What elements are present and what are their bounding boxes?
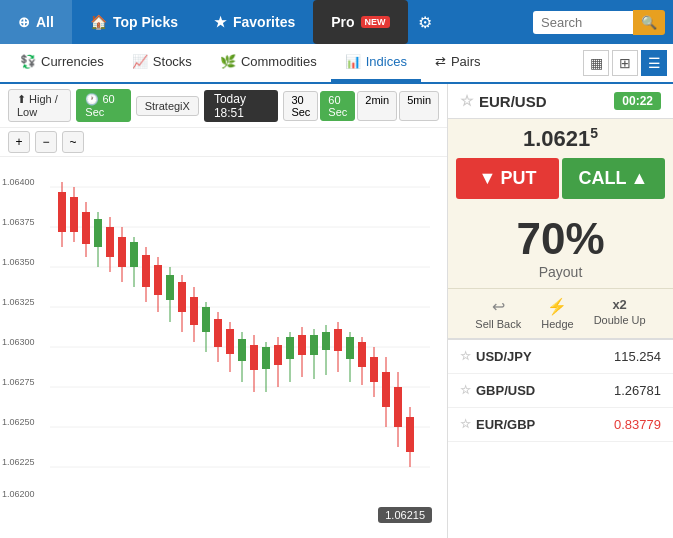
time-30sec[interactable]: 30 Sec <box>283 91 318 121</box>
payout-section: 70% Payout <box>448 207 673 287</box>
price-tooltip: 1.06215 <box>378 507 432 523</box>
search-button[interactable]: 🔍 <box>633 10 665 35</box>
chart-svg: 1.06400 1.06375 1.06350 1.06325 1.06300 … <box>0 157 447 538</box>
svg-rect-64 <box>334 329 342 351</box>
nav-all-label: All <box>36 14 54 30</box>
search-container: 🔍 <box>525 0 673 44</box>
call-arrow-icon: ▲ <box>631 168 649 189</box>
chart-controls: + − ~ <box>0 128 447 157</box>
svg-rect-62 <box>322 332 330 350</box>
sell-back-label: Sell Back <box>475 318 521 330</box>
time-buttons: 30 Sec 60 Sec 2min 5min <box>283 91 439 121</box>
chart-area: ⬆ High / Low 🕐 60 Sec StrategiX Today 18… <box>0 84 448 538</box>
nav-pro[interactable]: Pro NEW <box>313 0 407 44</box>
currencies-icon: 💱 <box>20 54 36 69</box>
svg-rect-74 <box>394 387 402 427</box>
pair-name: ☆ EUR/USD <box>460 92 547 110</box>
sell-back-icon: ↩ <box>492 297 505 316</box>
nav-top-picks[interactable]: 🏠 Top Picks <box>72 0 196 44</box>
svg-text:1.06350: 1.06350 <box>2 257 35 267</box>
hedge-option[interactable]: ⚡ Hedge <box>541 297 573 330</box>
sub-currencies-label: Currencies <box>41 54 104 69</box>
time-60sec[interactable]: 60 Sec <box>320 91 355 121</box>
strategy-button[interactable]: StrategiX <box>136 96 199 116</box>
watchlist-item-usdjpy[interactable]: ☆ USD/JPY 115.254 <box>448 340 673 374</box>
sub-pairs-label: Pairs <box>451 54 481 69</box>
eurgbp-star[interactable]: ☆ <box>460 417 471 431</box>
time-display: Today 18:51 <box>204 90 278 122</box>
svg-rect-34 <box>154 265 162 295</box>
svg-rect-20 <box>70 197 78 232</box>
sell-back-option[interactable]: ↩ Sell Back <box>475 297 521 330</box>
time-5min[interactable]: 5min <box>399 91 439 121</box>
eurgbp-name: ☆ EUR/GBP <box>460 417 535 432</box>
gbpusd-star[interactable]: ☆ <box>460 383 471 397</box>
svg-text:1.06225: 1.06225 <box>2 457 35 467</box>
pro-new-badge: NEW <box>361 16 390 28</box>
zoom-out-button[interactable]: − <box>35 131 57 153</box>
grid-small-view-button[interactable]: ▦ <box>583 50 609 76</box>
high-low-button[interactable]: ⬆ High / Low <box>8 89 71 122</box>
chart-toolbar: ⬆ High / Low 🕐 60 Sec StrategiX Today 18… <box>0 84 447 128</box>
nav-favorites[interactable]: ★ Favorites <box>196 0 313 44</box>
timer-badge: 00:22 <box>614 92 661 110</box>
svg-rect-46 <box>226 329 234 354</box>
usdjpy-name: ☆ USD/JPY <box>460 349 532 364</box>
zoom-in-button[interactable]: + <box>8 131 30 153</box>
svg-rect-18 <box>58 192 66 232</box>
svg-rect-54 <box>274 345 282 365</box>
price-display: 1.06215 <box>448 119 673 154</box>
search-input[interactable] <box>533 11 633 34</box>
put-button[interactable]: ▼ PUT <box>456 158 559 199</box>
sub-currencies[interactable]: 💱 Currencies <box>6 44 118 82</box>
svg-rect-40 <box>190 297 198 325</box>
pairs-icon: ⇄ <box>435 54 446 69</box>
svg-rect-26 <box>106 227 114 257</box>
svg-rect-28 <box>118 237 126 267</box>
svg-text:1.06325: 1.06325 <box>2 297 35 307</box>
highlow-icon: ⬆ <box>17 93 26 105</box>
grid-large-view-button[interactable]: ⊞ <box>612 50 638 76</box>
svg-rect-44 <box>214 319 222 347</box>
nav-all[interactable]: ⊕ All <box>0 0 72 44</box>
svg-rect-24 <box>94 219 102 247</box>
eurgbp-price: 0.83779 <box>614 417 661 432</box>
nav-pro-label: Pro <box>331 14 354 30</box>
payout-label: Payout <box>456 264 665 280</box>
strategy-label: StrategiX <box>145 100 190 112</box>
gbpusd-price: 1.26781 <box>614 383 661 398</box>
sub-indices-label: Indices <box>366 54 407 69</box>
sub-commodities[interactable]: 🌿 Commodities <box>206 44 331 82</box>
sub-pairs[interactable]: ⇄ Pairs <box>421 44 495 82</box>
sub-stocks[interactable]: 📈 Stocks <box>118 44 206 82</box>
svg-rect-66 <box>346 337 354 359</box>
put-arrow-icon: ▼ <box>479 168 497 189</box>
double-up-label: Double Up <box>594 314 646 326</box>
svg-rect-22 <box>82 212 90 244</box>
list-view-button[interactable]: ☰ <box>641 50 667 76</box>
pair-star-icon[interactable]: ☆ <box>460 92 473 110</box>
pair-header: ☆ EUR/USD 00:22 <box>448 84 673 119</box>
chart-type-button[interactable]: ~ <box>62 131 84 153</box>
svg-rect-56 <box>286 337 294 359</box>
usdjpy-star[interactable]: ☆ <box>460 349 471 363</box>
main-content: ⬆ High / Low 🕐 60 Sec StrategiX Today 18… <box>0 84 673 538</box>
payout-percentage: 70% <box>456 215 665 263</box>
svg-rect-68 <box>358 342 366 367</box>
svg-text:1.06300: 1.06300 <box>2 337 35 347</box>
watchlist-item-gbpusd[interactable]: ☆ GBP/USD 1.26781 <box>448 374 673 408</box>
settings-button[interactable]: ⚙ <box>408 0 442 44</box>
svg-rect-58 <box>298 335 306 355</box>
sub-indices[interactable]: 📊 Indices <box>331 44 421 82</box>
watchlist-item-eurgbp[interactable]: ☆ EUR/GBP 0.83779 <box>448 408 673 442</box>
svg-rect-30 <box>130 242 138 267</box>
call-button[interactable]: CALL ▲ <box>562 158 665 199</box>
interval-icon: 🕐 <box>85 93 99 105</box>
interval-button[interactable]: 🕐 60 Sec <box>76 89 130 122</box>
svg-rect-60 <box>310 335 318 355</box>
time-2min[interactable]: 2min <box>357 91 397 121</box>
svg-rect-42 <box>202 307 210 332</box>
svg-rect-76 <box>406 417 414 452</box>
usdjpy-price: 115.254 <box>614 349 661 364</box>
double-up-option[interactable]: x2 Double Up <box>594 297 646 330</box>
